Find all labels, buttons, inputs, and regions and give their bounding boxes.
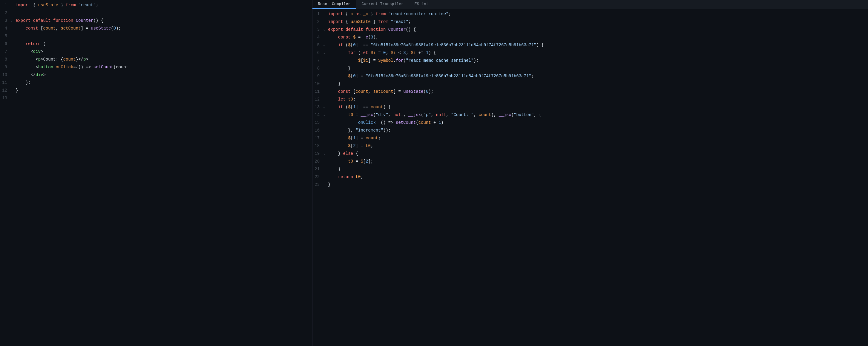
right-line-14: 14 ⌄ t0 = __jsx("div", null, __jsx("p", … (312, 111, 868, 119)
left-panel: 1 import { useState } from "react"; 2 3 … (0, 0, 312, 346)
line-content-6: return ( (16, 40, 312, 48)
right-line-num-8: 8 (312, 64, 323, 72)
right-fold-13[interactable]: ⌄ (323, 103, 328, 111)
right-fold-7 (323, 57, 328, 64)
right-fold-8 (323, 64, 328, 72)
right-line-content-4: const $ = _c(3); (328, 33, 868, 41)
right-fold-17 (323, 134, 328, 142)
line-left-3: 3 ⌄ export default function Counter() { (0, 17, 312, 25)
fold-4 (11, 25, 16, 32)
line-left-6: 6 return ( (0, 40, 312, 48)
right-fold-22 (323, 173, 328, 181)
line-content-7: <div> (16, 48, 312, 56)
right-line-content-8: } (328, 64, 868, 72)
right-line-content-17: $[1] = count; (328, 134, 868, 142)
right-line-num-15: 15 (312, 119, 323, 127)
left-code-block: 1 import { useState } from "react"; 2 3 … (0, 0, 312, 103)
right-line-num-2: 2 (312, 18, 323, 26)
right-fold-14[interactable]: ⌄ (323, 111, 328, 119)
line-num-13: 13 (0, 94, 11, 102)
right-line-content-22: return t0; (328, 173, 868, 181)
right-line-content-9: $[0] = "6fc515fc39e76a5fc988fa19e1e836b7… (328, 72, 868, 80)
right-line-content-19: } else { (328, 150, 868, 158)
line-num-5: 5 (0, 32, 11, 40)
right-line-23: 23 } (312, 181, 868, 188)
right-code-area: 1 import { c as _c } from "react/compile… (312, 9, 868, 346)
line-left-4: 4 const [count, setCount] = useState(0); (0, 25, 312, 32)
fold-2 (11, 9, 16, 17)
right-line-num-9: 9 (312, 72, 323, 80)
right-line-num-3: 3 (312, 26, 323, 33)
right-line-content-2: import { useState } from "react"; (328, 18, 868, 26)
right-fold-1 (323, 10, 328, 18)
tabs-bar: React Compiler Current Transpiler ESLint (312, 0, 868, 9)
fold-13 (11, 94, 16, 102)
right-line-4: 4 const $ = _c(3); (312, 33, 868, 41)
line-content-11: ); (16, 79, 312, 86)
line-num-4: 4 (0, 25, 11, 32)
right-line-18: 18 $[2] = t0; (312, 142, 868, 150)
fold-11 (11, 79, 16, 86)
line-left-5: 5 (0, 32, 312, 40)
line-num-9: 9 (0, 63, 11, 71)
right-line-content-18: $[2] = t0; (328, 142, 868, 150)
line-content-1: import { useState } from "react"; (16, 1, 312, 9)
right-line-3: 3 ⌄ export default function Counter() { (312, 26, 868, 33)
fold-7 (11, 48, 16, 56)
line-num-8: 8 (0, 56, 11, 63)
right-fold-9 (323, 72, 328, 80)
fold-8 (11, 56, 16, 63)
line-content-4: const [count, setCount] = useState(0); (16, 25, 312, 32)
right-line-num-1: 1 (312, 10, 323, 18)
right-line-num-21: 21 (312, 165, 323, 173)
line-content-3: export default function Counter() { (16, 17, 312, 25)
right-fold-15 (323, 119, 328, 127)
right-fold-10 (323, 80, 328, 88)
editor-container: 1 import { useState } from "react"; 2 3 … (0, 0, 868, 346)
fold-10 (11, 71, 16, 79)
right-line-19: 19 ⌄ } else { (312, 150, 868, 158)
right-line-num-5: 5 (312, 41, 323, 49)
line-left-2: 2 (0, 9, 312, 17)
right-fold-11 (323, 88, 328, 96)
line-num-11: 11 (0, 79, 11, 86)
right-fold-19[interactable]: ⌄ (323, 150, 328, 158)
line-left-12: 12 } (0, 86, 312, 94)
tab-current-transpiler[interactable]: Current Transpiler (356, 0, 409, 9)
right-line-content-3: export default function Counter() { (328, 26, 868, 33)
right-line-content-11: const [count, setCount] = useState(0); (328, 88, 868, 96)
right-fold-6[interactable]: ⌄ (323, 49, 328, 57)
tab-react-compiler[interactable]: React Compiler (312, 0, 356, 9)
right-line-num-18: 18 (312, 142, 323, 150)
right-line-content-12: let t0; (328, 96, 868, 103)
right-line-num-22: 22 (312, 173, 323, 181)
right-fold-2 (323, 18, 328, 26)
right-line-20: 20 t0 = $[2]; (312, 158, 868, 165)
right-fold-12 (323, 96, 328, 103)
right-line-22: 22 return t0; (312, 173, 868, 181)
right-line-num-17: 17 (312, 134, 323, 142)
fold-12 (11, 86, 16, 94)
line-left-9: 9 <button onClick={() => setCount(count (0, 63, 312, 71)
right-line-content-7: $[$i] = Symbol.for("react.memo_cache_sen… (328, 57, 868, 64)
right-fold-3[interactable]: ⌄ (323, 26, 328, 33)
line-num-12: 12 (0, 86, 11, 94)
right-line-num-13: 13 (312, 103, 323, 111)
tab-eslint[interactable]: ESLint (409, 0, 434, 9)
line-left-11: 11 ); (0, 79, 312, 86)
right-line-11: 11 const [count, setCount] = useState(0)… (312, 88, 868, 96)
right-line-num-14: 14 (312, 111, 323, 119)
right-fold-4 (323, 33, 328, 41)
right-line-content-10: } (328, 80, 868, 88)
right-line-content-20: t0 = $[2]; (328, 158, 868, 165)
right-line-17: 17 $[1] = count; (312, 134, 868, 142)
right-line-num-20: 20 (312, 158, 323, 165)
right-line-2: 2 import { useState } from "react"; (312, 18, 868, 26)
line-num-2: 2 (0, 9, 11, 17)
right-line-num-19: 19 (312, 150, 323, 158)
right-line-15: 15 onClick: () => setCount(count + 1) (312, 119, 868, 127)
right-fold-5[interactable]: ⌄ (323, 41, 328, 49)
fold-3[interactable]: ⌄ (11, 17, 16, 25)
right-line-5: 5 ⌄ if ($[0] !== "6fc515fc39e76a5fc988fa… (312, 41, 868, 49)
line-num-10: 10 (0, 71, 11, 79)
